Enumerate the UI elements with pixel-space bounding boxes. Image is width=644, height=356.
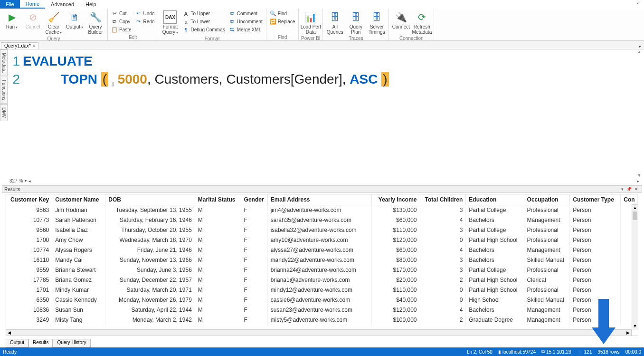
- column-header[interactable]: Customer Key: [6, 194, 52, 205]
- cell[interactable]: $60,000: [371, 215, 420, 225]
- undo-button[interactable]: ↶Undo: [134, 10, 156, 18]
- cell[interactable]: M: [195, 275, 241, 285]
- cell[interactable]: F: [241, 205, 267, 215]
- column-header[interactable]: Yearly Income: [371, 194, 420, 205]
- scroll-left-icon[interactable]: ◀: [6, 330, 12, 335]
- cell[interactable]: 9560: [6, 225, 52, 235]
- cell[interactable]: 9559: [6, 265, 52, 275]
- cell[interactable]: 1700: [6, 235, 52, 245]
- cell[interactable]: $110,000: [371, 285, 420, 295]
- cell[interactable]: 3249: [6, 315, 52, 325]
- cell[interactable]: Clerical: [524, 275, 570, 285]
- cell[interactable]: Management: [524, 215, 570, 225]
- cell[interactable]: briana1@adventure-works.com: [267, 275, 371, 285]
- cell[interactable]: Wednesday, March 18, 1970: [105, 235, 195, 245]
- cell[interactable]: F: [241, 295, 267, 305]
- cell[interactable]: $110,000: [371, 225, 420, 235]
- cell[interactable]: brianna24@adventure-works.com: [267, 265, 371, 275]
- cell[interactable]: Bachelors: [466, 255, 524, 265]
- cell[interactable]: Partial College: [466, 265, 524, 275]
- column-header[interactable]: Customer Name: [52, 194, 105, 205]
- grid-scrollbar-horizontal[interactable]: ◀ ▶: [6, 329, 632, 336]
- panel-close-icon[interactable]: ✕: [633, 187, 640, 192]
- column-header[interactable]: Gender: [241, 194, 267, 205]
- table-row[interactable]: 9559Brianna StewartSunday, June 3, 1956M…: [6, 265, 638, 275]
- all-queries-button[interactable]: 🗄All Queries: [325, 10, 345, 36]
- menu-home[interactable]: Home: [20, 0, 45, 9]
- scroll-up-icon[interactable]: ▲: [637, 49, 642, 54]
- editor-scrollbar[interactable]: ▲ ▼: [636, 49, 642, 178]
- cell[interactable]: M: [195, 255, 241, 265]
- server-timings-button[interactable]: 🗄Server Timings: [367, 10, 387, 36]
- cell[interactable]: 0: [420, 235, 466, 245]
- cell[interactable]: Jim Rodman: [52, 205, 105, 215]
- cell[interactable]: Mindy Kumar: [52, 285, 105, 295]
- cell[interactable]: 16110: [6, 255, 52, 265]
- bottom-tab-results[interactable]: Results: [28, 339, 53, 347]
- cell[interactable]: 3: [420, 255, 466, 265]
- table-row[interactable]: 17785Briana GomezSunday, December 22, 19…: [6, 275, 638, 285]
- table-row[interactable]: 10774Alyssa RogersFriday, June 21, 1946M…: [6, 245, 638, 255]
- cell[interactable]: Person: [570, 315, 621, 325]
- cell[interactable]: Alyssa Rogers: [52, 245, 105, 255]
- cell[interactable]: $60,000: [371, 245, 420, 255]
- cell[interactable]: Person: [570, 235, 621, 245]
- side-tab-metadata[interactable]: Metadata: [0, 49, 8, 76]
- cell[interactable]: 0: [420, 285, 466, 295]
- cell[interactable]: isabella32@adventure-works.com: [267, 225, 371, 235]
- comment-button[interactable]: ⧉Comment: [227, 10, 264, 18]
- cell[interactable]: mandy22@adventure-works.com: [267, 255, 371, 265]
- zoom-left-icon[interactable]: ◂: [28, 179, 31, 183]
- replace-button[interactable]: 🔁Replace: [268, 18, 297, 26]
- cell[interactable]: 2: [420, 315, 466, 325]
- cut-button[interactable]: ✂Cut: [110, 10, 133, 18]
- column-header[interactable]: DOB: [105, 194, 195, 205]
- column-header[interactable]: Education: [466, 194, 524, 205]
- cell[interactable]: Saturday, February 16, 1946: [105, 215, 195, 225]
- cell[interactable]: Saturday, April 22, 1944: [105, 305, 195, 315]
- cell[interactable]: Monday, November 26, 1979: [105, 295, 195, 305]
- find-button[interactable]: 🔍Find: [268, 10, 297, 18]
- code-content[interactable]: EVALUATE TOPN ( I 5000, Customers, Custo…: [23, 52, 642, 90]
- cell[interactable]: 6350: [6, 295, 52, 305]
- cell[interactable]: Management: [524, 305, 570, 315]
- table-row[interactable]: 9563Jim RodmanTuesday, September 13, 195…: [6, 205, 638, 215]
- cell[interactable]: Brianna Stewart: [52, 265, 105, 275]
- cell[interactable]: F: [241, 275, 267, 285]
- cell[interactable]: Monday, March 2, 1942: [105, 315, 195, 325]
- cell[interactable]: alyssa27@adventure-works.com: [267, 245, 371, 255]
- table-row[interactable]: 10773Sarah PattersonSaturday, February 1…: [6, 215, 638, 225]
- column-header[interactable]: Marital Status: [195, 194, 241, 205]
- cell[interactable]: 3: [420, 265, 466, 275]
- zoom-dropdown-icon[interactable]: ▾: [25, 179, 27, 183]
- cell[interactable]: Cassie Kennedy: [52, 295, 105, 305]
- bottom-tab-output[interactable]: Output: [6, 339, 28, 347]
- cell[interactable]: 1701: [6, 285, 52, 295]
- cell[interactable]: F: [241, 255, 267, 265]
- cell[interactable]: Saturday, March 20, 1971: [105, 285, 195, 295]
- output-button[interactable]: 🗎 Output: [65, 10, 85, 31]
- grid-scrollbar-vertical[interactable]: ▲ ▼: [632, 204, 638, 329]
- cell[interactable]: Partial High School: [466, 235, 524, 245]
- cell[interactable]: 0: [420, 295, 466, 305]
- cell[interactable]: misty5@adventure-works.com: [267, 315, 371, 325]
- side-tab-functions[interactable]: Functions: [0, 77, 8, 104]
- cell[interactable]: Bachelors: [466, 245, 524, 255]
- cell[interactable]: Person: [570, 215, 621, 225]
- query-builder-button[interactable]: 🔧 Query Builder: [85, 10, 105, 36]
- to-upper-button[interactable]: ATo Upper: [181, 10, 226, 18]
- cell[interactable]: Tuesday, September 13, 1955: [105, 205, 195, 215]
- cell[interactable]: $130,000: [371, 205, 420, 215]
- cell[interactable]: Amy Chow: [52, 235, 105, 245]
- menu-file[interactable]: File: [0, 0, 20, 9]
- table-row[interactable]: 9560Isabella DiazThursday, October 20, 1…: [6, 225, 638, 235]
- tab-overflow-icon[interactable]: ▾: [636, 44, 644, 49]
- cell[interactable]: Sunday, November 13, 1966: [105, 255, 195, 265]
- close-tab-icon[interactable]: ×: [33, 43, 36, 48]
- cell[interactable]: Partial College: [466, 225, 524, 235]
- cell[interactable]: M: [195, 295, 241, 305]
- cell[interactable]: High School: [466, 295, 524, 305]
- cell[interactable]: Partial College: [466, 205, 524, 215]
- cell[interactable]: Graduate Degree: [466, 315, 524, 325]
- cell[interactable]: F: [241, 285, 267, 295]
